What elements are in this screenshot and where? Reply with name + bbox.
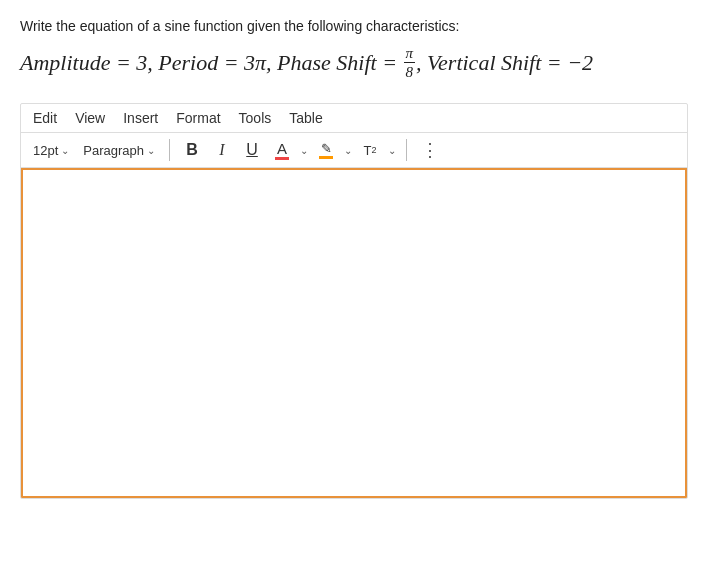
toolbar-divider-2 [406, 139, 407, 161]
phase-numerator: π [404, 44, 416, 63]
menu-insert[interactable]: Insert [123, 110, 158, 126]
equation-display: Amplitude = 3, Period = 3π, Phase Shift … [20, 44, 688, 81]
superscript-label: T [364, 143, 372, 158]
toolbar-divider-1 [169, 139, 170, 161]
bold-button[interactable]: B [180, 138, 204, 162]
paragraph-value: Paragraph [83, 143, 144, 158]
font-size-select[interactable]: 12pt ⌄ [29, 141, 73, 160]
paragraph-select[interactable]: Paragraph ⌄ [79, 141, 159, 160]
highlight-button[interactable]: ✎ [314, 138, 338, 162]
phase-eq: = [377, 46, 403, 79]
underline-button[interactable]: U [240, 138, 264, 162]
more-options-button[interactable]: ⋮ [417, 139, 443, 161]
menu-edit[interactable]: Edit [33, 110, 57, 126]
amplitude-label: Amplitude [20, 46, 110, 79]
phase-denominator: 8 [404, 63, 416, 81]
phase-fraction: π 8 [404, 44, 416, 81]
toolbar: 12pt ⌄ Paragraph ⌄ B I U A ⌄ ✎ ⌄ T2 ⌄ ⋮ [21, 133, 687, 168]
paragraph-chevron: ⌄ [147, 145, 155, 156]
italic-button[interactable]: I [210, 138, 234, 162]
amplitude-eq: = 3, [110, 46, 152, 79]
menu-tools[interactable]: Tools [239, 110, 272, 126]
font-size-value: 12pt [33, 143, 58, 158]
menu-table[interactable]: Table [289, 110, 322, 126]
font-color-bar [275, 157, 289, 160]
font-color-button[interactable]: A [270, 138, 294, 162]
font-color-chevron[interactable]: ⌄ [300, 145, 308, 156]
vertical-label: Vertical Shift [427, 46, 541, 79]
instruction-text: Write the equation of a sine function gi… [20, 18, 688, 34]
highlight-chevron[interactable]: ⌄ [344, 145, 352, 156]
phase-label: Phase Shift [277, 46, 377, 79]
superscript-exp: 2 [372, 145, 377, 155]
period-label: Period [158, 46, 218, 79]
superscript-chevron[interactable]: ⌄ [388, 145, 396, 156]
text-editor[interactable] [21, 168, 687, 498]
font-size-chevron: ⌄ [61, 145, 69, 156]
menu-view[interactable]: View [75, 110, 105, 126]
menu-bar: Edit View Insert Format Tools Table [21, 104, 687, 133]
editor-wrapper: Edit View Insert Format Tools Table 12pt… [20, 103, 688, 499]
superscript-button[interactable]: T2 [358, 138, 382, 162]
highlight-label: ✎ [321, 142, 332, 155]
menu-format[interactable]: Format [176, 110, 220, 126]
phase-sep: , [416, 46, 422, 79]
period-eq: = 3π, [218, 46, 271, 79]
font-color-label: A [277, 141, 287, 156]
highlight-bar [319, 156, 333, 159]
vertical-eq: = −2 [541, 46, 593, 79]
